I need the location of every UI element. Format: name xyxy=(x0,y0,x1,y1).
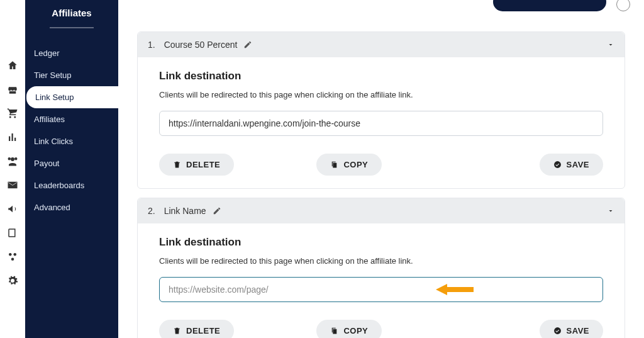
check-circle-icon xyxy=(553,327,562,335)
delete-button[interactable]: DELETE xyxy=(159,154,234,176)
save-button[interactable]: SAVE xyxy=(540,154,603,176)
gear-icon[interactable] xyxy=(7,275,18,286)
section-desc: Clients will be redirected to this page … xyxy=(159,90,603,99)
mail-icon[interactable] xyxy=(7,179,18,191)
link-name: Link Name xyxy=(164,206,206,216)
sidebar-item-payout[interactable]: Payout xyxy=(25,152,118,174)
book-icon[interactable] xyxy=(7,227,18,239)
sidebar-item-affiliates[interactable]: Affiliates xyxy=(25,108,118,130)
cart-icon[interactable] xyxy=(7,108,18,119)
edit-icon[interactable] xyxy=(243,40,252,49)
trash-icon xyxy=(173,327,181,335)
svg-point-5 xyxy=(554,327,561,334)
link-card-header[interactable]: 1. Course 50 Percent xyxy=(138,32,625,57)
sidebar-item-leaderboards[interactable]: Leaderboards xyxy=(25,174,118,196)
sidebar-title: Affiliates xyxy=(25,4,118,27)
link-card-body: Link destination Clients will be redirec… xyxy=(138,57,625,188)
link-card-body: Link destination Clients will be redirec… xyxy=(138,223,625,338)
sidebar-item-link-setup[interactable]: Link Setup xyxy=(26,86,118,108)
sidebar-item-link-clicks[interactable]: Link Clicks xyxy=(25,130,118,152)
svg-point-1 xyxy=(14,253,17,256)
link-number: 2. xyxy=(148,206,155,216)
sidebar-item-ledger[interactable]: Ledger xyxy=(25,42,118,64)
check-circle-icon xyxy=(553,161,562,169)
svg-point-2 xyxy=(11,258,14,261)
icon-rail xyxy=(0,0,25,338)
users-icon[interactable] xyxy=(7,155,18,167)
section-desc: Clients will be redirected to this page … xyxy=(159,256,603,266)
link-card-1: 1. Course 50 Percent Link destination Cl… xyxy=(137,31,625,189)
section-title: Link destination xyxy=(159,70,603,82)
svg-point-3 xyxy=(554,161,561,168)
trash-icon xyxy=(173,161,181,169)
chevron-down-icon[interactable] xyxy=(607,207,614,215)
copy-icon xyxy=(330,161,338,169)
button-row: DELETE COPY SAVE xyxy=(159,154,603,176)
link-destination-input[interactable] xyxy=(159,277,603,302)
copy-label: COPY xyxy=(343,326,368,335)
home-icon[interactable] xyxy=(7,60,18,71)
chart-icon[interactable] xyxy=(7,132,18,143)
link-destination-input[interactable] xyxy=(159,111,603,136)
sidebar-item-tier-setup[interactable]: Tier Setup xyxy=(25,64,118,86)
delete-label: DELETE xyxy=(186,160,220,169)
link-name: Course 50 Percent xyxy=(164,40,238,50)
save-label: SAVE xyxy=(567,326,589,335)
delete-label: DELETE xyxy=(186,326,220,335)
link-card-header[interactable]: 2. Link Name xyxy=(138,198,625,223)
section-title: Link destination xyxy=(159,236,603,249)
help-icon[interactable] xyxy=(616,0,630,11)
sidebar: Affiliates Ledger Tier Setup Link Setup … xyxy=(25,0,118,338)
copy-button[interactable]: COPY xyxy=(316,154,382,176)
store-icon[interactable] xyxy=(7,84,18,95)
link-number: 1. xyxy=(148,40,155,50)
save-label: SAVE xyxy=(567,160,589,169)
top-action-button[interactable] xyxy=(493,0,606,11)
main-content: 1. Course 50 Percent Link destination Cl… xyxy=(118,0,644,338)
delete-button[interactable]: DELETE xyxy=(159,320,234,338)
modules-icon[interactable] xyxy=(7,251,18,262)
copy-button[interactable]: COPY xyxy=(316,320,382,338)
sidebar-item-advanced[interactable]: Advanced xyxy=(25,196,118,218)
link-card-2: 2. Link Name Link destination Clients wi… xyxy=(137,198,625,338)
button-row: DELETE COPY SAVE xyxy=(159,320,603,338)
copy-icon xyxy=(330,327,338,335)
sidebar-divider xyxy=(50,27,94,28)
edit-icon[interactable] xyxy=(213,206,221,215)
chevron-down-icon[interactable] xyxy=(607,41,614,48)
megaphone-icon[interactable] xyxy=(7,203,18,215)
svg-point-0 xyxy=(9,253,12,256)
copy-label: COPY xyxy=(343,160,368,169)
save-button[interactable]: SAVE xyxy=(540,320,603,338)
